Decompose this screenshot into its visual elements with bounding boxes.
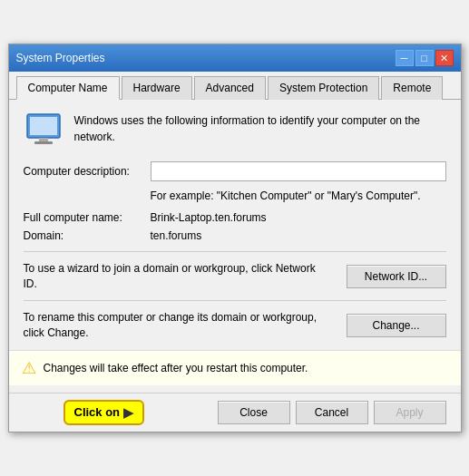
- cancel-button[interactable]: Cancel: [296, 401, 368, 424]
- description-input[interactable]: [151, 161, 446, 181]
- example-text: For example: "Kitchen Computer" or "Mary…: [151, 189, 446, 204]
- tab-system-protection[interactable]: System Protection: [268, 76, 379, 100]
- click-on-label: Click on: [74, 405, 121, 419]
- domain-value: ten.forums: [151, 229, 202, 242]
- window-title: System Properties: [16, 52, 105, 64]
- intro-text: Windows uses the following information t…: [74, 112, 446, 145]
- click-on-badge: Click on ▶: [64, 400, 145, 425]
- system-properties-window: System Properties ─ □ ✕ Computer Name Ha…: [8, 44, 462, 432]
- svg-rect-1: [30, 117, 57, 135]
- titlebar: System Properties ─ □ ✕: [9, 44, 461, 72]
- fullname-value: Brink-Laptop.ten.forums: [151, 211, 267, 224]
- maximize-button[interactable]: □: [415, 50, 434, 66]
- close-button[interactable]: ✕: [435, 50, 454, 66]
- tab-advanced[interactable]: Advanced: [194, 76, 266, 100]
- domain-row: Domain: ten.forums: [24, 229, 446, 242]
- tab-bar: Computer Name Hardware Advanced System P…: [9, 72, 461, 100]
- change-text: To rename this computer or change its do…: [24, 310, 332, 341]
- description-label: Computer description:: [24, 165, 151, 178]
- change-button[interactable]: Change...: [347, 314, 446, 337]
- tab-remote[interactable]: Remote: [381, 76, 443, 100]
- tab-computer-name[interactable]: Computer Name: [16, 76, 120, 100]
- divider-2: [24, 300, 446, 301]
- change-section: To rename this computer or change its do…: [24, 310, 446, 341]
- close-button[interactable]: Close: [218, 401, 290, 424]
- warning-icon: ⚠: [22, 358, 36, 378]
- svg-rect-3: [34, 141, 53, 144]
- network-id-button[interactable]: Network ID...: [347, 265, 446, 288]
- fullname-row: Full computer name: Brink-Laptop.ten.for…: [24, 211, 446, 224]
- footer: Click on ▶ Close Cancel Apply: [9, 393, 461, 432]
- divider-1: [24, 251, 446, 252]
- warning-bar: ⚠ Changes will take effect after you res…: [9, 350, 461, 385]
- description-row: Computer description:: [24, 161, 446, 181]
- arrow-icon: ▶: [123, 405, 133, 420]
- apply-button[interactable]: Apply: [374, 401, 446, 424]
- tab-content: Windows uses the following information t…: [9, 100, 461, 393]
- network-id-text: To use a wizard to join a domain or work…: [24, 261, 332, 292]
- svg-rect-2: [39, 138, 48, 141]
- tab-hardware[interactable]: Hardware: [122, 76, 192, 100]
- fullname-label: Full computer name:: [24, 211, 151, 224]
- warning-text: Changes will take effect after you resta…: [44, 362, 308, 374]
- domain-label: Domain:: [24, 229, 151, 242]
- minimize-button[interactable]: ─: [396, 50, 414, 66]
- computer-icon: [24, 112, 64, 149]
- network-id-section: To use a wizard to join a domain or work…: [24, 261, 446, 292]
- window-controls: ─ □ ✕: [396, 50, 454, 66]
- intro-section: Windows uses the following information t…: [24, 112, 446, 149]
